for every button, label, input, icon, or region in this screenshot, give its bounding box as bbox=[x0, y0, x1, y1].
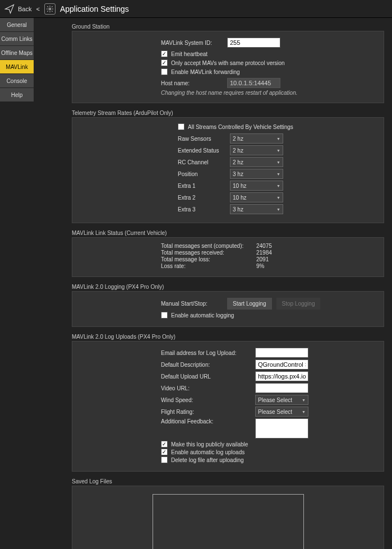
telemetry-select[interactable]: 2 hz▼ bbox=[230, 133, 283, 144]
enable-auto-logging-label: Enable automatic logging bbox=[171, 312, 234, 319]
enable-auto-upload-checkbox[interactable] bbox=[161, 449, 168, 455]
telemetry-row: Extra 210 hz▼ bbox=[178, 192, 378, 202]
sidebar-item-mavlink[interactable]: MAVLink bbox=[0, 60, 34, 74]
telemetry-row-label: Raw Sensors bbox=[178, 136, 225, 142]
enable-auto-logging-checkbox[interactable] bbox=[161, 312, 168, 319]
back-chevron: < bbox=[36, 6, 39, 12]
telemetry-select[interactable]: 2 hz▼ bbox=[230, 145, 283, 155]
section-title-saved-logs: Saved Log Files bbox=[72, 476, 384, 486]
host-name-note: Changing the host name requires restart … bbox=[161, 90, 378, 96]
wind-label: Wind Speed: bbox=[161, 397, 251, 403]
sidebar: General Comm Links Offline Maps MAVLink … bbox=[0, 18, 34, 549]
link-status-label: Total message loss: bbox=[161, 256, 256, 262]
chevron-down-icon: ▼ bbox=[276, 196, 280, 200]
telemetry-select-value: 3 hz bbox=[233, 206, 243, 213]
section-title-logging: MAVLink 2.0 Logging (PX4 Pro Only) bbox=[72, 282, 384, 291]
chevron-down-icon: ▼ bbox=[276, 184, 280, 188]
feedback-textarea[interactable] bbox=[255, 418, 308, 439]
sidebar-item-comm-links[interactable]: Comm Links bbox=[0, 32, 34, 46]
log-file-list[interactable] bbox=[153, 494, 304, 549]
link-status-label: Loss rate: bbox=[161, 263, 256, 269]
start-logging-button[interactable]: Start Logging bbox=[227, 298, 272, 310]
telemetry-row-label: Extra 2 bbox=[178, 195, 225, 201]
telemetry-select[interactable]: 3 hz▼ bbox=[230, 204, 283, 214]
enable-forwarding-checkbox[interactable] bbox=[161, 68, 168, 75]
section-title-ground-station: Ground Station bbox=[72, 21, 384, 31]
telemetry-row: Extra 33 hz▼ bbox=[178, 204, 378, 214]
chevron-down-icon: ▼ bbox=[276, 137, 280, 141]
desc-label: Default Description: bbox=[161, 362, 251, 368]
telemetry-row: Extra 110 hz▼ bbox=[178, 181, 378, 191]
telemetry-row: Raw Sensors2 hz▼ bbox=[178, 133, 378, 144]
page-title: Application Settings bbox=[60, 4, 129, 13]
link-status-row: Total messages received:21984 bbox=[161, 250, 378, 256]
video-input[interactable] bbox=[255, 383, 308, 393]
paper-plane-icon[interactable] bbox=[4, 4, 15, 14]
manual-start-stop-label: Manual Start/Stop: bbox=[161, 301, 223, 307]
rating-label: Flight Rating: bbox=[161, 409, 251, 415]
sidebar-item-console[interactable]: Console bbox=[0, 74, 34, 88]
link-status-label: Total messages sent (computed): bbox=[161, 243, 256, 249]
section-title-uploads: MAVLink 2.0 Log Uploads (PX4 Pro Only) bbox=[72, 331, 384, 341]
host-name-label: Host name: bbox=[161, 80, 223, 86]
link-status-row: Total message loss:2091 bbox=[161, 256, 378, 262]
link-status-row: Loss rate:9% bbox=[161, 263, 378, 269]
panel-link-status: Total messages sent (computed):24075Tota… bbox=[72, 237, 384, 277]
feedback-label: Additional Feedback: bbox=[161, 418, 251, 425]
link-status-row: Total messages sent (computed):24075 bbox=[161, 243, 378, 249]
link-status-value: 2091 bbox=[256, 256, 290, 262]
sidebar-item-general[interactable]: General bbox=[0, 18, 34, 32]
telemetry-select-value: 2 hz bbox=[233, 136, 243, 142]
app-header: Back < Application Settings bbox=[0, 0, 392, 18]
panel-logging: Manual Start/Stop: Start Logging Stop Lo… bbox=[72, 291, 384, 327]
host-name-input[interactable] bbox=[227, 78, 280, 88]
wind-select[interactable]: Please Select ▼ bbox=[255, 395, 308, 405]
sidebar-item-offline-maps[interactable]: Offline Maps bbox=[0, 46, 34, 60]
telemetry-row-label: Extra 1 bbox=[178, 183, 225, 189]
delete-after-checkbox[interactable] bbox=[161, 456, 168, 463]
telemetry-row: Position3 hz▼ bbox=[178, 169, 378, 179]
panel-saved-logs: Check All Check None Delete Selected Upl… bbox=[72, 486, 384, 549]
desc-input[interactable] bbox=[255, 359, 308, 370]
content-area: Ground Station MAVLink System ID: Emit h… bbox=[34, 18, 392, 549]
wind-select-value: Please Select bbox=[258, 397, 292, 403]
telemetry-select[interactable]: 10 hz▼ bbox=[230, 181, 283, 191]
stop-logging-button: Stop Logging bbox=[276, 298, 321, 310]
system-id-input[interactable] bbox=[227, 38, 280, 48]
url-label: Default Upload URL bbox=[161, 373, 251, 380]
enable-auto-upload-label: Enable automatic log uploads bbox=[171, 449, 245, 455]
telemetry-row-label: Position bbox=[178, 171, 225, 177]
telemetry-select[interactable]: 10 hz▼ bbox=[230, 192, 283, 202]
only-accept-checkbox[interactable] bbox=[161, 59, 168, 66]
telemetry-row-label: RC Channel bbox=[178, 159, 225, 165]
section-title-link-status: MAVLink Link Status (Current Vehicle) bbox=[72, 228, 384, 237]
email-input[interactable] bbox=[255, 348, 308, 358]
settings-icon[interactable] bbox=[44, 3, 56, 15]
enable-forwarding-label: Enable MAVLink forwarding bbox=[171, 69, 240, 75]
emit-heartbeat-checkbox[interactable] bbox=[161, 50, 168, 57]
all-streams-checkbox[interactable] bbox=[178, 123, 185, 130]
telemetry-select-value: 10 hz bbox=[233, 183, 246, 189]
panel-ground-station: MAVLink System ID: Emit heartbeat Only a… bbox=[72, 31, 384, 103]
back-button[interactable]: Back bbox=[18, 6, 31, 12]
make-public-checkbox[interactable] bbox=[161, 441, 168, 447]
chevron-down-icon: ▼ bbox=[276, 160, 280, 164]
system-id-label: MAVLink System ID: bbox=[161, 40, 223, 46]
video-label: Video URL: bbox=[161, 385, 251, 391]
link-status-value: 21984 bbox=[256, 250, 290, 256]
email-label: Email address for Log Upload: bbox=[161, 350, 251, 356]
delete-after-label: Delete log file after uploading bbox=[171, 457, 244, 463]
all-streams-label: All Streams Controlled By Vehicle Settin… bbox=[188, 124, 293, 130]
chevron-down-icon: ▼ bbox=[276, 207, 280, 211]
panel-uploads: Email address for Log Upload: Default De… bbox=[72, 341, 384, 472]
telemetry-row-label: Extended Status bbox=[178, 147, 225, 154]
url-input[interactable] bbox=[255, 371, 308, 381]
svg-point-0 bbox=[49, 8, 51, 10]
link-status-label: Total messages received: bbox=[161, 250, 256, 256]
telemetry-row: Extended Status2 hz▼ bbox=[178, 145, 378, 155]
chevron-down-icon: ▼ bbox=[302, 410, 306, 414]
sidebar-item-help[interactable]: Help bbox=[0, 88, 34, 102]
telemetry-select[interactable]: 3 hz▼ bbox=[230, 169, 283, 179]
rating-select[interactable]: Please Select ▼ bbox=[255, 407, 308, 417]
telemetry-select[interactable]: 2 hz▼ bbox=[230, 157, 283, 167]
